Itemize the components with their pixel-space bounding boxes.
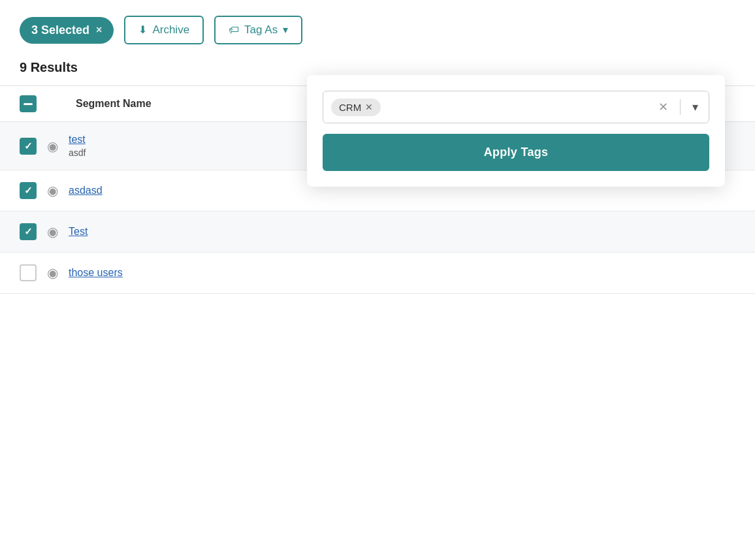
row-3-visibility-icon[interactable]: ◉ bbox=[47, 224, 58, 240]
table-row: ✓ ◉ Test bbox=[0, 211, 755, 253]
row-4-segment-info: those users bbox=[69, 267, 123, 279]
remove-tag-icon[interactable]: ✕ bbox=[365, 102, 373, 112]
row-1-segment-desc: asdf bbox=[69, 148, 86, 158]
row-3-segment-name[interactable]: Test bbox=[69, 226, 88, 238]
checkmark-icon: ✓ bbox=[24, 140, 33, 152]
tag-icon bbox=[229, 23, 239, 37]
row-4-checkbox[interactable] bbox=[20, 264, 37, 281]
table-row: ◉ those users bbox=[0, 253, 755, 294]
tag-as-button[interactable]: Tag As bbox=[214, 16, 302, 44]
crm-tag-chip[interactable]: CRM ✕ bbox=[331, 99, 381, 116]
checkmark-icon: ✓ bbox=[24, 185, 33, 196]
row-2-segment-name[interactable]: asdasd bbox=[69, 185, 103, 196]
apply-tags-button[interactable]: Apply Tags bbox=[323, 134, 709, 171]
row-4-segment-name[interactable]: those users bbox=[69, 267, 123, 279]
row-1-checkbox[interactable]: ✓ bbox=[20, 138, 37, 155]
chevron-down-icon bbox=[283, 23, 288, 37]
selected-count-label: 3 Selected bbox=[31, 23, 89, 37]
tag-dropdown-panel: CRM ✕ ✕ ▾ Apply Tags bbox=[307, 75, 725, 187]
row-2-checkbox[interactable]: ✓ bbox=[20, 182, 37, 199]
toolbar: 3 Selected × Archive Tag As bbox=[0, 0, 755, 60]
row-2-visibility-icon[interactable]: ◉ bbox=[47, 183, 58, 198]
tag-as-label: Tag As bbox=[244, 23, 278, 37]
row-3-checkbox[interactable]: ✓ bbox=[20, 223, 37, 240]
expand-tags-icon[interactable]: ▾ bbox=[690, 100, 701, 114]
select-all-checkbox[interactable] bbox=[20, 95, 37, 112]
clear-selection-icon[interactable]: × bbox=[96, 24, 102, 36]
segment-name-column-header: Segment Name bbox=[76, 98, 152, 110]
row-4-visibility-icon[interactable]: ◉ bbox=[47, 265, 58, 281]
tag-chip-label: CRM bbox=[339, 102, 361, 113]
row-1-segment-name[interactable]: test bbox=[69, 134, 86, 146]
divider bbox=[680, 99, 681, 115]
archive-label: Archive bbox=[152, 23, 189, 37]
archive-button[interactable]: Archive bbox=[124, 16, 204, 44]
clear-tags-icon[interactable]: ✕ bbox=[656, 100, 671, 114]
tag-input-area[interactable]: CRM ✕ ✕ ▾ bbox=[323, 91, 709, 123]
row-1-visibility-icon[interactable]: ◉ bbox=[47, 138, 58, 154]
indeterminate-dash bbox=[24, 103, 33, 105]
row-2-segment-info: asdasd bbox=[69, 185, 103, 196]
archive-icon bbox=[138, 23, 147, 37]
row-3-segment-info: Test bbox=[69, 226, 88, 238]
row-1-segment-info: test asdf bbox=[69, 134, 86, 158]
checkmark-icon: ✓ bbox=[24, 226, 33, 238]
selected-badge[interactable]: 3 Selected × bbox=[20, 17, 114, 44]
